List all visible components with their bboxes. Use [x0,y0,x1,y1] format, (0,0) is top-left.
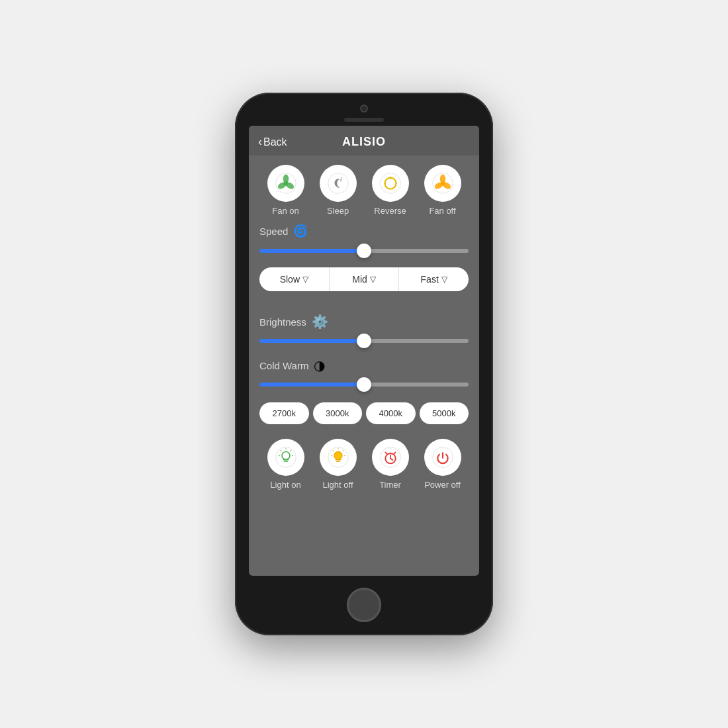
fast-button[interactable]: Fast ▽ [399,267,469,291]
timer-icon [379,446,402,469]
mid-label: Mid [352,274,367,285]
speed-fan-icon: 🌀 [293,224,308,238]
svg-line-18 [290,450,291,451]
phone-camera [360,105,368,113]
svg-point-5 [328,173,348,194]
brightness-toggle-icon: ⚙️ [312,314,328,330]
temp-3000k-button[interactable]: 3000k [313,402,363,424]
sleep-label: Sleep [327,206,349,216]
light-off-circle [320,439,357,476]
fan-on-label: Fan on [272,206,298,216]
app-content: Fan on z z Sleep [249,156,479,503]
svg-text:z: z [341,176,342,179]
temp-2700k-label: 2700k [273,408,296,418]
light-off-button[interactable]: Light off [320,439,357,490]
cold-warm-label-row: Cold Warm ◑ [259,357,469,373]
phone-speaker [344,118,384,122]
cold-warm-slider[interactable] [259,383,469,387]
slow-button[interactable]: Slow ▽ [259,267,330,291]
app-title: ALISIO [342,135,386,149]
back-chevron-icon: ‹ [258,135,262,149]
svg-point-4 [283,181,288,186]
timer-label: Timer [379,480,401,490]
speed-slider[interactable] [259,249,469,253]
phone-top [235,93,493,122]
temp-2700k-button[interactable]: 2700k [259,402,309,424]
home-button[interactable] [347,588,381,622]
reverse-circle [372,165,409,202]
brightness-slider[interactable] [259,339,469,343]
temp-3000k-label: 3000k [326,408,349,418]
speed-buttons: Slow ▽ Mid ▽ Fast ▽ [259,267,469,291]
fan-icon-row: Fan on z z Sleep [259,165,469,216]
svg-point-15 [275,447,296,468]
temp-5000k-label: 5000k [432,408,455,418]
reverse-label: Reverse [374,206,406,216]
mid-icon: ▽ [370,275,376,284]
power-off-icon [432,446,454,469]
fan-off-circle [424,165,461,202]
fan-on-icon [275,172,297,195]
light-on-button[interactable]: Light on [267,439,304,490]
light-off-icon [327,446,349,469]
light-off-label: Light off [322,480,353,490]
fan-off-label: Fan off [429,206,455,216]
power-off-circle [424,439,461,476]
timer-button[interactable]: Timer [372,439,409,490]
temp-buttons: 2700k 3000k 4000k 5000k [259,402,469,424]
speed-slider-container [259,241,469,262]
timer-circle [372,439,409,476]
reverse-icon [379,172,402,195]
brightness-slider-container [259,331,469,352]
sleep-circle: z z [320,165,357,202]
reverse-button[interactable]: Reverse [372,165,409,216]
svg-point-14 [440,181,445,186]
svg-line-21 [280,450,281,451]
sleep-button[interactable]: z z Sleep [320,165,357,216]
fan-off-button[interactable]: Fan off [424,165,461,216]
light-on-icon [275,446,297,469]
phone-screen: ‹ Back ALISIO [249,126,479,576]
back-button[interactable]: ‹ Back [258,135,287,149]
app-header: ‹ Back ALISIO [249,126,479,156]
power-off-button[interactable]: Power off [424,439,461,490]
back-label: Back [263,136,287,148]
brightness-label: Brightness [259,316,306,328]
bottom-icon-row: Light on [259,433,469,494]
svg-line-28 [332,450,333,451]
cold-warm-icon: ◑ [314,357,325,373]
fan-on-circle [267,165,304,202]
speed-label: Speed [259,226,288,237]
sleep-icon: z z [327,172,349,195]
temp-4000k-button[interactable]: 4000k [366,402,416,424]
fast-icon: ▽ [441,275,447,284]
power-off-label: Power off [424,480,461,490]
svg-point-23 [334,452,342,460]
cold-warm-slider-container [259,375,469,396]
fan-on-button[interactable]: Fan on [267,165,304,216]
slow-icon: ▽ [302,275,308,284]
mid-button[interactable]: Mid ▽ [330,267,400,291]
phone-bottom [235,580,493,635]
cold-warm-label: Cold Warm [259,360,308,371]
fast-label: Fast [421,274,439,285]
brightness-label-row: Brightness ⚙️ [259,314,469,330]
light-on-circle [267,439,304,476]
light-on-label: Light on [270,480,300,490]
temp-4000k-label: 4000k [379,408,402,418]
svg-line-25 [342,450,343,451]
slow-label: Slow [280,274,300,285]
phone-shell: ‹ Back ALISIO [235,93,493,635]
speed-label-row: Speed 🌀 [259,224,469,238]
fan-off-icon [432,172,454,195]
temp-5000k-button[interactable]: 5000k [420,402,469,424]
